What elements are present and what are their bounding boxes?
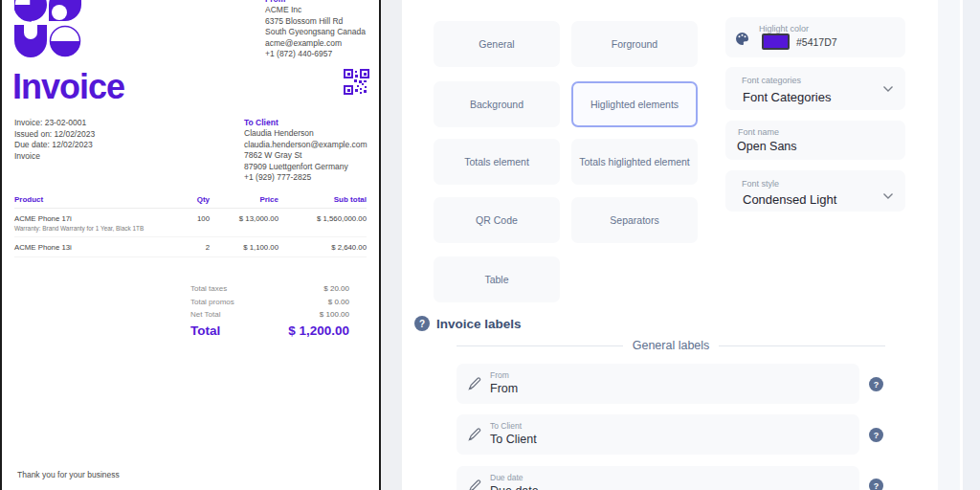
element-button-totals-higlighted-element[interactable]: Totals higlighted element bbox=[571, 139, 698, 185]
button-label: General bbox=[479, 38, 514, 50]
button-label: Background bbox=[470, 99, 523, 110]
from-address2: South Gyeongsang Canada bbox=[265, 27, 366, 37]
invoice-title: Invoice bbox=[12, 69, 124, 105]
field-value: Due date bbox=[490, 484, 539, 490]
from-email: acme@example.com bbox=[265, 38, 366, 49]
button-label: Forground bbox=[612, 38, 657, 50]
font-categories-select[interactable]: Font categories Font Categories bbox=[725, 67, 905, 110]
element-button-qr-code[interactable]: QR Code bbox=[434, 197, 560, 243]
invoice-preview-page: From ACME Inc 6375 Blossom Hill Rd South… bbox=[0, 0, 381, 490]
help-glyph: ? bbox=[419, 319, 425, 329]
font-style-select[interactable]: Font style Condensed Light bbox=[725, 170, 905, 212]
divider-line bbox=[719, 345, 885, 346]
field-label: From bbox=[490, 370, 509, 380]
net-total-label: Net Total bbox=[190, 310, 220, 319]
totals-row: Total taxes $ 20.00 bbox=[190, 284, 349, 293]
element-button-separators[interactable]: Separators bbox=[571, 197, 698, 243]
help-glyph: ? bbox=[874, 380, 880, 390]
button-label: Table bbox=[484, 274, 508, 285]
general-labels-divider: General labels bbox=[457, 339, 885, 352]
grand-total-label: Total bbox=[190, 323, 220, 338]
right-edge-panel bbox=[963, 0, 980, 490]
element-button-higlighted-elements[interactable]: Higlighted elements bbox=[571, 81, 698, 127]
element-button-background[interactable]: Background bbox=[434, 81, 560, 127]
field-value: To Client bbox=[490, 433, 537, 446]
header-subtotal: Sub total bbox=[278, 195, 367, 204]
label-field-due-date[interactable]: Due date Due date bbox=[457, 466, 859, 490]
edit-pencil-icon bbox=[468, 479, 481, 490]
scrollbar-track[interactable] bbox=[938, 0, 960, 490]
totals-block: Total taxes $ 20.00 Total promos $ 0.00 … bbox=[190, 284, 349, 338]
total-taxes-value: $ 20.00 bbox=[323, 284, 349, 293]
element-button-forground[interactable]: Forground bbox=[571, 21, 698, 67]
grand-total-value: $ 1,200.00 bbox=[288, 323, 349, 338]
element-button-table[interactable]: Table bbox=[434, 256, 560, 302]
totals-row: Total promos $ 0.00 bbox=[190, 298, 349, 306]
edit-pencil-icon bbox=[468, 428, 481, 441]
chevron-down-icon bbox=[882, 192, 894, 200]
invoice-type: Invoice bbox=[14, 151, 95, 163]
font-categories-label: Font categories bbox=[742, 76, 801, 85]
edit-pencil-icon bbox=[468, 377, 481, 390]
company-logo bbox=[14, 0, 81, 57]
palette-icon bbox=[735, 32, 749, 46]
header-product: Product bbox=[14, 195, 173, 204]
font-name-value: Open Sans bbox=[737, 140, 797, 153]
from-address1: 6375 Blossom Hill Rd bbox=[265, 16, 366, 27]
qr-code bbox=[344, 69, 369, 95]
products-table-header: Product Qty Price Sub total bbox=[14, 192, 367, 209]
row-product: ACME Phone 17i bbox=[14, 214, 72, 223]
field-help-icon[interactable]: ? bbox=[869, 479, 883, 490]
button-label: Separators bbox=[610, 214, 658, 226]
button-label: Totals higlighted element bbox=[579, 156, 690, 167]
field-value: From bbox=[490, 382, 518, 395]
button-label: Totals element bbox=[464, 156, 529, 167]
row-product: ACME Phone 13i bbox=[14, 243, 173, 252]
button-label: QR Code bbox=[476, 214, 518, 226]
invoice-footer-note: Thank you for your business bbox=[17, 470, 120, 479]
divider-line bbox=[457, 345, 623, 346]
grand-total-row: Total $ 1,200.00 bbox=[190, 323, 349, 338]
net-total-value: $ 100.00 bbox=[320, 310, 349, 319]
preview-panel-gutter bbox=[381, 0, 402, 490]
from-company: ACME Inc bbox=[265, 5, 366, 15]
invoice-due: Due date: 12/02/2023 bbox=[14, 140, 95, 151]
highlight-color-swatch[interactable] bbox=[762, 33, 790, 50]
total-promos-value: $ 0.00 bbox=[328, 298, 349, 306]
from-phone: +1 (872) 440-6957 bbox=[265, 49, 366, 59]
label-field-from[interactable]: From From bbox=[457, 364, 859, 404]
element-button-general[interactable]: General bbox=[434, 21, 560, 67]
to-email: claudia.henderson@example.com bbox=[244, 140, 368, 150]
highlight-color-card: Higlight color #5417D7 bbox=[725, 17, 905, 57]
highlight-color-hex[interactable]: #5417D7 bbox=[796, 36, 837, 48]
invoice-issued: Issued on: 12/02/2023 bbox=[14, 129, 95, 141]
products-table: Product Qty Price Sub total ACME Phone 1… bbox=[14, 192, 367, 257]
row-subtotal: $ 1,560,000.00 bbox=[278, 214, 367, 223]
font-style-value: Condensed Light bbox=[743, 192, 836, 207]
row-qty: 100 bbox=[173, 214, 210, 223]
highlight-color-label: Higlight color bbox=[759, 24, 809, 33]
invoice-editor-app: From ACME Inc 6375 Blossom Hill Rd South… bbox=[0, 0, 980, 490]
total-taxes-label: Total taxes bbox=[190, 284, 227, 293]
font-name-label: Font name bbox=[738, 127, 779, 137]
field-help-icon[interactable]: ? bbox=[869, 377, 883, 391]
field-help-icon[interactable]: ? bbox=[869, 428, 883, 442]
label-field-to-client[interactable]: To Client To Client bbox=[457, 414, 859, 455]
row-price: $ 1,100.00 bbox=[210, 243, 278, 252]
invoice-from-block: From ACME Inc 6375 Blossom Hill Rd South… bbox=[265, 0, 366, 59]
invoice-meta-block: Invoice: 23-02-0001 Issued on: 12/02/202… bbox=[14, 118, 95, 163]
invoice-labels-help-icon[interactable]: ? bbox=[414, 316, 430, 331]
general-labels-title: General labels bbox=[633, 339, 710, 352]
to-client-label: To Client bbox=[244, 118, 368, 128]
to-phone: +1 (929) 777-2825 bbox=[244, 172, 368, 183]
row-price: $ 13,000.00 bbox=[210, 214, 278, 223]
font-name-field[interactable]: Font name Open Sans bbox=[725, 121, 905, 160]
totals-row: Net Total $ 100.00 bbox=[190, 310, 349, 319]
table-row: ACME Phone 17i Warranty: Brand Warranty … bbox=[14, 209, 367, 237]
field-label: To Client bbox=[490, 421, 522, 431]
to-address1: 7862 W Gray St bbox=[244, 150, 368, 161]
header-qty: Qty bbox=[173, 195, 210, 204]
element-button-totals-element[interactable]: Totals element bbox=[434, 139, 560, 185]
to-address2: 87909 Luettgenfort Germany bbox=[244, 162, 368, 172]
chevron-down-icon bbox=[882, 85, 894, 93]
